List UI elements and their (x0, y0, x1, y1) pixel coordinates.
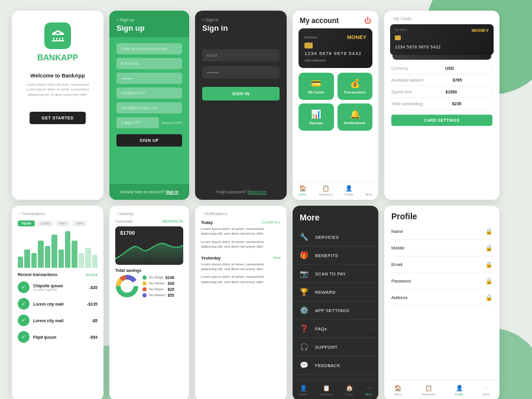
dob-input[interactable] (116, 87, 182, 99)
profile-name-row[interactable]: Name 🔒 (391, 223, 492, 240)
profile-nav: 🏠 Home 📋 Statement 👤 Profile ··· More (384, 379, 499, 399)
benefits-icon: 🎁 (300, 251, 312, 259)
profile-address-row[interactable]: Address 🔒 (391, 290, 492, 306)
tab-may[interactable]: MAY (56, 220, 70, 226)
signin-back[interactable]: < Sign in (202, 18, 280, 22)
mycards-header: ‹ My Cards (384, 11, 499, 24)
notifications-back[interactable]: ‹ Notifications (202, 212, 280, 216)
profile-mobile-row[interactable]: Mobile 🔒 (391, 240, 492, 257)
feedback-icon: 💬 (300, 361, 312, 369)
profile-nav-statement[interactable]: 📋 Statement (421, 385, 435, 396)
saw-button[interactable]: SAW (273, 256, 281, 260)
profile-nav-profile[interactable]: 👤 Profile (455, 385, 463, 396)
notifications-today: Today CLEAR ALL Lorem ipsum dolor sit am… (195, 218, 287, 254)
profile-rows: Name 🔒 Mobile 🔒 Email 🔒 Password 🔒 Addre… (384, 223, 499, 379)
signup-back[interactable]: < Sign up (116, 18, 182, 22)
card-front-layer: Bankless MONEY 1234 5678 9876 5432 (390, 24, 494, 55)
notifications-header: ‹ Notifications (195, 206, 287, 218)
more-services[interactable]: 🔧 SERVICES › (293, 228, 378, 246)
tile-savings[interactable]: 📊 Savings (299, 103, 334, 131)
outstanding-arrow-icon: › (491, 101, 492, 106)
more-reward[interactable]: 🏆 REWARD › (293, 283, 378, 301)
available-balance-row[interactable]: Available balance $765 › (391, 74, 492, 86)
transactions-back[interactable]: ‹ Transactions (19, 212, 96, 216)
savings-back[interactable]: ‹ Savings (116, 212, 182, 216)
nav-home[interactable]: 🏠 Home (299, 185, 306, 196)
signin-button[interactable]: SIGN IN (202, 87, 280, 100)
more-faqs[interactable]: ❓ FAQs › (293, 320, 378, 338)
more-nav-statement-icon: 📋 (323, 385, 330, 391)
more-benefits[interactable]: 🎁 BENEFITS › (293, 246, 378, 265)
screen-profile: Profile Name 🔒 Mobile 🔒 Email 🔒 Password… (384, 206, 499, 399)
power-icon[interactable]: ⏻ (364, 17, 371, 25)
savings-icon: 📊 (311, 109, 321, 119)
savings-graph-amount: $1700 (120, 230, 135, 236)
support-icon: 🎧 (300, 343, 312, 351)
nav-more[interactable]: ··· More (365, 185, 372, 196)
screen-signup: < Sign up Sign up Resend OTP SIGN UP Alr… (109, 11, 189, 200)
spend-limit-row[interactable]: Spend limit $1500 › (391, 86, 492, 98)
more-nav-profile[interactable]: 👤 Profile (299, 385, 307, 396)
more-nav-more-icon: ··· (366, 385, 371, 391)
more-feedback[interactable]: 💬 FEEDBACK › (293, 356, 378, 375)
tab-year[interactable]: YEAR (18, 220, 35, 226)
more-nav-home[interactable]: 🏠 Home (345, 385, 353, 396)
notif-yesterday-1: Lorem ipsum dolor sit amet, consectetur … (201, 262, 281, 272)
more-nav-statement[interactable]: 📋 Statement (319, 385, 333, 396)
profile-password-row[interactable]: Password 🔒 (391, 273, 492, 290)
more-app-settings[interactable]: ⚙️ APP SETTINGS › (293, 301, 378, 320)
bar-12 (92, 255, 98, 268)
email-edit-icon: 🔒 (485, 261, 492, 268)
more-support[interactable]: 🎧 SUPPORT › (293, 338, 378, 356)
email-input[interactable] (116, 102, 182, 113)
notifications-label: Notifications (344, 121, 365, 125)
profile-email-row[interactable]: Email 🔒 (391, 257, 492, 273)
notif-today-2: Lorem ipsum dolor sit amet, consectetur … (201, 239, 281, 249)
tile-notifications[interactable]: 🔔 Notifications (338, 103, 373, 131)
resend-otp[interactable]: Resend OTP (161, 121, 182, 125)
screen-savings: ‹ Savings Overview MONTHLY▾ $1700 Total … (109, 206, 189, 399)
reset-link[interactable]: Reset here (248, 190, 267, 194)
tile-transactions[interactable]: 💰 Transactions (338, 73, 373, 100)
savings-pie-row: Nu-Nuga $148 Nu-Diman $38 Nu-Nupa $29 Nu… (109, 274, 189, 298)
card-settings-button[interactable]: CARD SETTINGS (391, 115, 492, 126)
password-input[interactable] (116, 73, 182, 84)
signup-button[interactable]: SIGN UP (116, 134, 182, 147)
tab-june[interactable]: JUNE (37, 220, 54, 226)
signup-header: < Sign up Sign up (109, 11, 189, 37)
account-number-input[interactable] (116, 43, 182, 54)
card-brand-label: MONEY (347, 34, 366, 40)
currency-arrow-icon: › (491, 66, 492, 71)
bar-8 (65, 231, 70, 268)
bar-11 (85, 248, 90, 268)
tile-my-cards[interactable]: 💳 My Cards (299, 73, 334, 100)
statement-icon: 📋 (322, 185, 329, 192)
outstanding-row[interactable]: Total outstanding $235 › (391, 98, 492, 110)
fullname-input[interactable] (116, 58, 182, 69)
profile-nav-profile-icon: 👤 (456, 385, 463, 391)
otp-input[interactable] (116, 117, 159, 128)
get-started-button[interactable]: GET STARTED (30, 112, 85, 124)
signin-email-input[interactable] (202, 49, 280, 61)
balance-arrow-icon: › (491, 77, 492, 83)
faqs-icon: ❓ (300, 325, 312, 333)
more-scan-to-pay[interactable]: 📷 SCAN TO PAY › (293, 265, 378, 283)
transactions-header: ‹ Transactions (12, 206, 103, 218)
clear-all-button[interactable]: CLEAR ALL (262, 220, 281, 225)
currency-row[interactable]: Currency USD › (391, 63, 492, 74)
signin-title: Sign in (202, 24, 280, 33)
nav-profile[interactable]: 👤 Profile (345, 185, 353, 196)
signin-link[interactable]: Sign in (166, 190, 179, 194)
mycards-back[interactable]: ‹ My Cards (391, 17, 492, 21)
more-nav-more[interactable]: ··· More (365, 385, 372, 396)
recent-transactions-header: Recent transactions NONE▾ (12, 270, 103, 279)
bar-1 (18, 257, 23, 268)
app-settings-icon: ⚙️ (300, 306, 312, 314)
nav-statement[interactable]: 📋 Statement (319, 185, 333, 196)
signin-password-input[interactable] (202, 66, 280, 79)
profile-nav-home-icon: 🏠 (394, 385, 401, 391)
card-front-brand: MONEY (472, 28, 489, 33)
profile-nav-home[interactable]: 🏠 Home (394, 385, 402, 396)
tab-apr[interactable]: APR (73, 220, 87, 226)
profile-nav-more[interactable]: ··· More (483, 385, 489, 396)
